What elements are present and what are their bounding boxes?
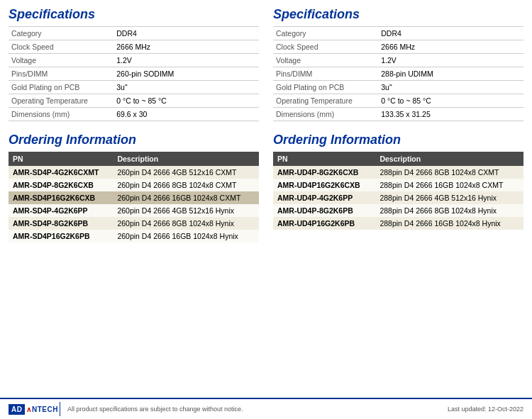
order-header-cell: PN — [9, 152, 113, 166]
order-pn: AMR-SD4P16G2K6CXB — [9, 191, 113, 204]
footer: AD∧NTECH All product specifications are … — [0, 398, 532, 419]
right-ordering-title: Ordering Information — [273, 133, 523, 147]
order-desc: 288pin D4 2666 16GB 1024x8 Hynix — [375, 217, 523, 230]
spec-row: Dimensions (mm)69.6 x 30 — [9, 108, 259, 121]
spec-label: Voltage — [9, 54, 113, 67]
order-pn: AMR-SD4P-4G2K6CXMT — [9, 166, 113, 179]
order-desc: 288pin D4 2666 4GB 512x16 Hynix — [375, 191, 523, 204]
order-pn: AMR-SD4P-8G2K6PB — [9, 217, 113, 230]
left-spec-table: CategoryDDR4Clock Speed2666 MHzVoltage1.… — [9, 26, 259, 121]
spec-row: CategoryDDR4 — [9, 27, 259, 40]
logo-tech-part: ∧NTECH — [25, 404, 59, 415]
spec-value: 2666 MHz — [378, 40, 523, 54]
spec-label: Pins/DIMM — [9, 67, 113, 81]
spec-value: DDR4 — [378, 27, 523, 40]
order-pn: AMR-UD4P16G2K6PB — [273, 217, 375, 230]
order-header-cell: Description — [375, 152, 523, 166]
spec-label: Dimensions (mm) — [9, 108, 113, 121]
order-desc: 288pin D4 2666 8GB 1024x8 CXMT — [375, 166, 523, 179]
spec-label: Gold Plating on PCB — [273, 81, 378, 94]
left-order-table: PNDescription AMR-SD4P-4G2K6CXMT260pin D… — [9, 152, 259, 242]
footer-notice: All product specifications are subject t… — [67, 406, 448, 413]
order-pn: AMR-UD4P-4G2K6PP — [273, 191, 375, 204]
order-row: AMR-UD4P16G2K6PB288pin D4 2666 16GB 1024… — [273, 217, 523, 230]
order-row: AMR-SD4P-8G2K6PB260pin D4 2666 8GB 1024x… — [9, 217, 259, 230]
order-pn: AMR-UD4P-8G2K6PB — [273, 204, 375, 217]
order-desc: 260pin D4 2666 4GB 512x16 Hynix — [113, 204, 259, 217]
order-row: AMR-UD4P-8G2K6PB288pin D4 2666 8GB 1024x… — [273, 204, 523, 217]
spec-label: Dimensions (mm) — [273, 108, 378, 121]
spec-value: 1.2V — [378, 54, 523, 67]
spec-row: Pins/DIMM288-pin UDIMM — [273, 67, 523, 81]
footer-updated: Last updated: 12-Oct-2022 — [448, 406, 523, 413]
order-pn: AMR-SD4P16G2K6PB — [9, 230, 113, 242]
spec-row: Dimensions (mm)133.35 x 31.25 — [273, 108, 523, 121]
spec-value: 133.35 x 31.25 — [378, 108, 523, 121]
spec-row: Clock Speed2666 MHz — [273, 40, 523, 54]
spec-value: 260-pin SODIMM — [113, 67, 259, 81]
order-row: AMR-SD4P-8G2K6CXB260pin D4 2666 8GB 1024… — [9, 179, 259, 191]
spec-value: 3u" — [113, 81, 259, 94]
order-desc: 288pin D4 2666 16GB 1024x8 CXMT — [375, 179, 523, 191]
right-specs-title: Specifications — [273, 7, 523, 22]
left-specs-title: Specifications — [9, 7, 259, 22]
order-desc: 260pin D4 2666 8GB 1024x8 CXMT — [113, 179, 259, 191]
order-pn: AMR-SD4P-8G2K6CXB — [9, 179, 113, 191]
order-pn: AMR-UD4P-8G2K6CXB — [273, 166, 375, 179]
right-spec-table: CategoryDDR4Clock Speed2666 MHzVoltage1.… — [273, 26, 523, 121]
right-column: Specifications CategoryDDR4Clock Speed26… — [273, 7, 523, 242]
spec-label: Voltage — [273, 54, 378, 67]
spec-label: Clock Speed — [9, 40, 113, 54]
advantech-logo: AD∧NTECH — [9, 404, 60, 415]
spec-value: 0 °C to ~ 85 °C — [378, 94, 523, 108]
spec-label: Clock Speed — [273, 40, 378, 54]
spec-value: 288-pin UDIMM — [378, 67, 523, 81]
spec-row: Voltage1.2V — [9, 54, 259, 67]
order-desc: 260pin D4 2666 16GB 1024x8 CXMT — [113, 191, 259, 204]
order-row: AMR-UD4P16G2K6CXB288pin D4 2666 16GB 102… — [273, 179, 523, 191]
right-order-table: PNDescription AMR-UD4P-8G2K6CXB288pin D4… — [273, 152, 523, 230]
order-pn: AMR-SD4P-4G2K6PP — [9, 204, 113, 217]
spec-label: Category — [9, 27, 113, 40]
spec-row: Operating Temperature0 °C to ~ 85 °C — [9, 94, 259, 108]
order-row: AMR-SD4P-4G2K6PP260pin D4 2666 4GB 512x1… — [9, 204, 259, 217]
spec-value: 2666 MHz — [113, 40, 259, 54]
order-desc: 260pin D4 2666 8GB 1024x8 Hynix — [113, 217, 259, 230]
spec-value: DDR4 — [113, 27, 259, 40]
order-row: AMR-UD4P-8G2K6CXB288pin D4 2666 8GB 1024… — [273, 166, 523, 179]
order-header-cell: PN — [273, 152, 375, 166]
spec-row: Voltage1.2V — [273, 54, 523, 67]
spec-value: 69.6 x 30 — [113, 108, 259, 121]
order-row: AMR-SD4P16G2K6CXB260pin D4 2666 16GB 102… — [9, 191, 259, 204]
spec-value: 1.2V — [113, 54, 259, 67]
spec-value: 3u" — [378, 81, 523, 94]
spec-row: Gold Plating on PCB3u" — [273, 81, 523, 94]
main-content: Specifications CategoryDDR4Clock Speed26… — [0, 0, 532, 250]
footer-divider — [60, 402, 60, 416]
spec-row: Pins/DIMM260-pin SODIMM — [9, 67, 259, 81]
spec-label: Pins/DIMM — [273, 67, 378, 81]
order-desc: 288pin D4 2666 8GB 1024x8 Hynix — [375, 204, 523, 217]
spec-row: CategoryDDR4 — [273, 27, 523, 40]
spec-row: Operating Temperature0 °C to ~ 85 °C — [273, 94, 523, 108]
spec-row: Gold Plating on PCB3u" — [9, 81, 259, 94]
order-row: AMR-UD4P-4G2K6PP288pin D4 2666 4GB 512x1… — [273, 191, 523, 204]
left-ordering-title: Ordering Information — [9, 133, 259, 147]
order-pn: AMR-UD4P16G2K6CXB — [273, 179, 375, 191]
order-row: AMR-SD4P16G2K6PB260pin D4 2666 16GB 1024… — [9, 230, 259, 242]
order-desc: 260pin D4 2666 16GB 1024x8 Hynix — [113, 230, 259, 242]
order-header-cell: Description — [113, 152, 259, 166]
spec-value: 0 °C to ~ 85 °C — [113, 94, 259, 108]
order-desc: 260pin D4 2666 4GB 512x16 CXMT — [113, 166, 259, 179]
spec-row: Clock Speed2666 MHz — [9, 40, 259, 54]
spec-label: Operating Temperature — [273, 94, 378, 108]
spec-label: Gold Plating on PCB — [9, 81, 113, 94]
logo-adv-part: AD — [9, 404, 25, 415]
left-column: Specifications CategoryDDR4Clock Speed26… — [9, 7, 259, 242]
spec-label: Operating Temperature — [9, 94, 113, 108]
order-row: AMR-SD4P-4G2K6CXMT260pin D4 2666 4GB 512… — [9, 166, 259, 179]
spec-label: Category — [273, 27, 378, 40]
